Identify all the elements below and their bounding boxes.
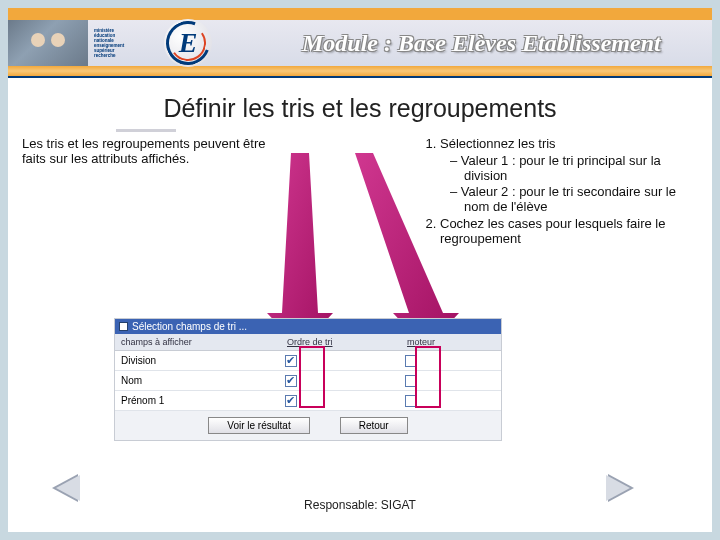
back-button[interactable]: Retour: [340, 417, 408, 434]
footer-text: Responsable: SIGAT: [8, 498, 712, 512]
step-1-sub-1: Valeur 1 : pour le tri principal sur la …: [450, 153, 698, 183]
order-checkbox[interactable]: [285, 355, 297, 367]
group-checkbox[interactable]: [405, 355, 417, 367]
order-checkbox[interactable]: [285, 375, 297, 387]
row-label: Nom: [115, 375, 285, 386]
page-title: Définir les tris et les regroupements: [8, 94, 712, 123]
ministry-text: ministère éducation nationale enseigneme…: [94, 22, 158, 64]
panel-header: Sélection champs de tri ...: [115, 319, 501, 334]
panel-header-icon: [119, 322, 128, 331]
col-order-label: Ordre de tri: [285, 334, 405, 350]
col-fields-label: champs à afficher: [115, 334, 285, 350]
intro-text: Les tris et les regroupements peuvent êt…: [22, 136, 277, 166]
table-row: Prénom 1: [115, 391, 501, 411]
title-underline: [116, 129, 176, 132]
sort-selection-panel: Sélection champs de tri ... champs à aff…: [114, 318, 502, 441]
group-checkbox[interactable]: [405, 395, 417, 407]
module-title: Module : Base Elèves Etablissement: [302, 30, 661, 57]
group-checkbox[interactable]: [405, 375, 417, 387]
step-2: Cochez les cases pour lesquels faire le …: [440, 216, 698, 246]
col-group-label: moteur: [405, 334, 501, 350]
students-photo: [8, 20, 88, 66]
header-banner: ministère éducation nationale enseigneme…: [8, 8, 712, 86]
step-1-sub-2: Valeur 2 : pour le tri secondaire sur le…: [450, 184, 698, 214]
table-row: Division: [115, 351, 501, 371]
steps-list: Sélectionnez les tris Valeur 1 : pour le…: [440, 136, 698, 246]
step-1: Sélectionnez les tris: [440, 136, 556, 151]
row-label: Division: [115, 355, 285, 366]
view-result-button[interactable]: Voir le résultat: [208, 417, 309, 434]
order-checkbox[interactable]: [285, 395, 297, 407]
table-row: Nom: [115, 371, 501, 391]
row-label: Prénom 1: [115, 395, 285, 406]
education-logo: E: [164, 19, 212, 67]
